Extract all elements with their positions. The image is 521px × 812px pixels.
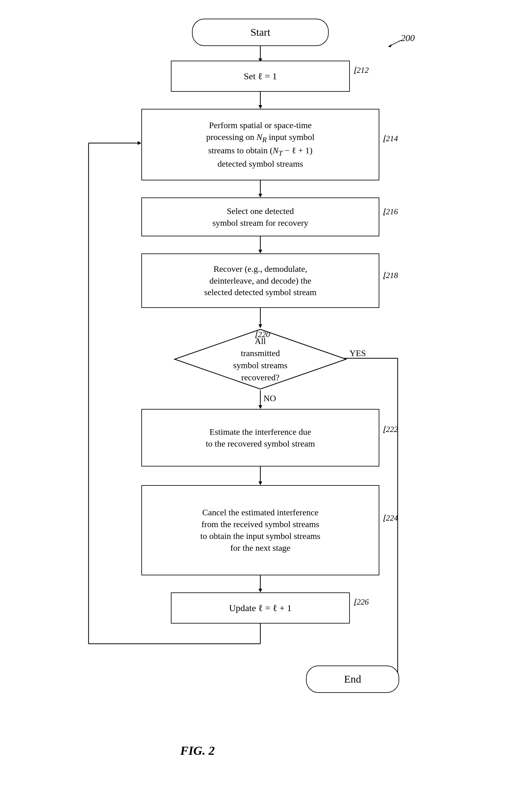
svg-marker-13 [258, 482, 262, 485]
svg-marker-20 [138, 141, 141, 145]
update-l-box: Update ℓ = ℓ + 1 [171, 593, 350, 623]
end-label: End [344, 672, 361, 686]
svg-marker-11 [258, 405, 262, 409]
perform-spatial-text: Perform spatial or space-timeprocessing … [206, 120, 315, 170]
no-label: NO [264, 393, 276, 403]
svg-marker-27 [388, 44, 391, 47]
ref-212: ⌊212 [354, 65, 369, 75]
ref-226: ⌊226 [354, 597, 369, 607]
cancel-interference-box: Cancel the estimated interferencefrom th… [141, 485, 379, 575]
set-l-box: Set ℓ = 1 [171, 61, 350, 92]
diagram-container: Start Set ℓ = 1 ⌊212 Perform spatial or … [0, 0, 521, 812]
recover-text: Recover (e.g., demodulate,deinterleave, … [204, 263, 317, 298]
recover-box: Recover (e.g., demodulate,deinterleave, … [141, 254, 379, 308]
perform-spatial-box: Perform spatial or space-timeprocessing … [141, 109, 379, 180]
set-l-text: Set ℓ = 1 [244, 70, 277, 83]
svg-marker-9 [258, 324, 262, 328]
svg-marker-15 [258, 589, 262, 593]
diamond-text: Alltransmittedsymbol streamsrecovered? [233, 335, 288, 384]
svg-marker-5 [258, 194, 262, 197]
update-l-text: Update ℓ = ℓ + 1 [229, 602, 292, 615]
ref-222: ⌊222 [383, 425, 398, 434]
end-box: End [306, 665, 399, 693]
start-label: Start [250, 25, 270, 40]
ref-224: ⌊224 [383, 513, 398, 523]
ref-200-arrow [382, 37, 407, 50]
svg-marker-3 [258, 105, 262, 109]
cancel-interference-text: Cancel the estimated interferencefrom th… [200, 507, 321, 554]
ref-216: ⌊216 [383, 207, 398, 216]
estimate-interference-text: Estimate the interference dueto the reco… [206, 426, 315, 450]
svg-marker-7 [258, 250, 262, 254]
figure-label: FIG. 2 [180, 743, 215, 758]
diamond-shape: Alltransmittedsymbol streamsrecovered? [173, 328, 347, 390]
select-one-text: Select one detectedsymbol stream for rec… [212, 205, 309, 229]
ref-214: ⌊214 [383, 134, 398, 143]
ref-218: ⌊218 [383, 271, 398, 280]
estimate-interference-box: Estimate the interference dueto the reco… [141, 409, 379, 467]
yes-label: YES [349, 348, 366, 358]
start-box: Start [192, 19, 329, 46]
select-one-box: Select one detectedsymbol stream for rec… [141, 197, 379, 236]
diamond-wrapper: Alltransmittedsymbol streamsrecovered? [173, 328, 347, 390]
